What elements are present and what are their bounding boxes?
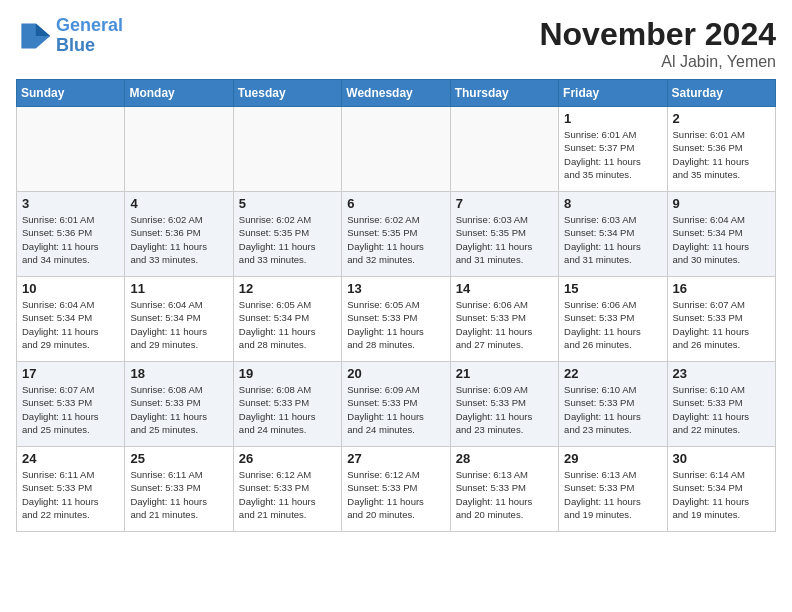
day-number: 19	[239, 366, 336, 381]
calendar-cell	[342, 107, 450, 192]
day-info: Sunrise: 6:08 AM Sunset: 5:33 PM Dayligh…	[130, 383, 227, 436]
calendar-cell: 17Sunrise: 6:07 AM Sunset: 5:33 PM Dayli…	[17, 362, 125, 447]
calendar-table: SundayMondayTuesdayWednesdayThursdayFrid…	[16, 79, 776, 532]
day-info: Sunrise: 6:05 AM Sunset: 5:33 PM Dayligh…	[347, 298, 444, 351]
page-header: General Blue November 2024 Al Jabin, Yem…	[16, 16, 776, 71]
day-info: Sunrise: 6:03 AM Sunset: 5:35 PM Dayligh…	[456, 213, 553, 266]
day-number: 3	[22, 196, 119, 211]
day-info: Sunrise: 6:11 AM Sunset: 5:33 PM Dayligh…	[22, 468, 119, 521]
day-info: Sunrise: 6:02 AM Sunset: 5:35 PM Dayligh…	[239, 213, 336, 266]
day-number: 8	[564, 196, 661, 211]
day-info: Sunrise: 6:01 AM Sunset: 5:36 PM Dayligh…	[22, 213, 119, 266]
month-title: November 2024	[539, 16, 776, 53]
day-number: 21	[456, 366, 553, 381]
calendar-cell: 5Sunrise: 6:02 AM Sunset: 5:35 PM Daylig…	[233, 192, 341, 277]
day-info: Sunrise: 6:02 AM Sunset: 5:36 PM Dayligh…	[130, 213, 227, 266]
day-info: Sunrise: 6:04 AM Sunset: 5:34 PM Dayligh…	[22, 298, 119, 351]
day-number: 6	[347, 196, 444, 211]
calendar-cell: 6Sunrise: 6:02 AM Sunset: 5:35 PM Daylig…	[342, 192, 450, 277]
day-number: 2	[673, 111, 770, 126]
title-block: November 2024 Al Jabin, Yemen	[539, 16, 776, 71]
day-info: Sunrise: 6:09 AM Sunset: 5:33 PM Dayligh…	[347, 383, 444, 436]
day-info: Sunrise: 6:13 AM Sunset: 5:33 PM Dayligh…	[456, 468, 553, 521]
day-number: 24	[22, 451, 119, 466]
calendar-day-header: Friday	[559, 80, 667, 107]
calendar-week-row: 17Sunrise: 6:07 AM Sunset: 5:33 PM Dayli…	[17, 362, 776, 447]
day-info: Sunrise: 6:10 AM Sunset: 5:33 PM Dayligh…	[564, 383, 661, 436]
calendar-week-row: 10Sunrise: 6:04 AM Sunset: 5:34 PM Dayli…	[17, 277, 776, 362]
day-number: 16	[673, 281, 770, 296]
day-number: 25	[130, 451, 227, 466]
day-number: 5	[239, 196, 336, 211]
calendar-cell	[125, 107, 233, 192]
calendar-day-header: Wednesday	[342, 80, 450, 107]
calendar-cell: 11Sunrise: 6:04 AM Sunset: 5:34 PM Dayli…	[125, 277, 233, 362]
day-info: Sunrise: 6:09 AM Sunset: 5:33 PM Dayligh…	[456, 383, 553, 436]
day-number: 23	[673, 366, 770, 381]
calendar-cell: 2Sunrise: 6:01 AM Sunset: 5:36 PM Daylig…	[667, 107, 775, 192]
day-number: 15	[564, 281, 661, 296]
calendar-day-header: Sunday	[17, 80, 125, 107]
day-info: Sunrise: 6:07 AM Sunset: 5:33 PM Dayligh…	[22, 383, 119, 436]
day-number: 4	[130, 196, 227, 211]
day-number: 26	[239, 451, 336, 466]
logo-icon	[16, 18, 52, 54]
day-number: 13	[347, 281, 444, 296]
calendar-cell: 1Sunrise: 6:01 AM Sunset: 5:37 PM Daylig…	[559, 107, 667, 192]
day-info: Sunrise: 6:04 AM Sunset: 5:34 PM Dayligh…	[130, 298, 227, 351]
calendar-cell: 4Sunrise: 6:02 AM Sunset: 5:36 PM Daylig…	[125, 192, 233, 277]
calendar-body: 1Sunrise: 6:01 AM Sunset: 5:37 PM Daylig…	[17, 107, 776, 532]
calendar-week-row: 24Sunrise: 6:11 AM Sunset: 5:33 PM Dayli…	[17, 447, 776, 532]
calendar-cell: 14Sunrise: 6:06 AM Sunset: 5:33 PM Dayli…	[450, 277, 558, 362]
day-info: Sunrise: 6:04 AM Sunset: 5:34 PM Dayligh…	[673, 213, 770, 266]
day-number: 11	[130, 281, 227, 296]
calendar-cell: 12Sunrise: 6:05 AM Sunset: 5:34 PM Dayli…	[233, 277, 341, 362]
calendar-cell: 10Sunrise: 6:04 AM Sunset: 5:34 PM Dayli…	[17, 277, 125, 362]
calendar-cell: 19Sunrise: 6:08 AM Sunset: 5:33 PM Dayli…	[233, 362, 341, 447]
calendar-cell: 8Sunrise: 6:03 AM Sunset: 5:34 PM Daylig…	[559, 192, 667, 277]
day-info: Sunrise: 6:03 AM Sunset: 5:34 PM Dayligh…	[564, 213, 661, 266]
day-number: 1	[564, 111, 661, 126]
day-number: 20	[347, 366, 444, 381]
calendar-cell: 9Sunrise: 6:04 AM Sunset: 5:34 PM Daylig…	[667, 192, 775, 277]
calendar-week-row: 3Sunrise: 6:01 AM Sunset: 5:36 PM Daylig…	[17, 192, 776, 277]
logo-text: General Blue	[56, 16, 123, 56]
calendar-cell: 16Sunrise: 6:07 AM Sunset: 5:33 PM Dayli…	[667, 277, 775, 362]
svg-marker-1	[36, 23, 50, 36]
calendar-cell: 28Sunrise: 6:13 AM Sunset: 5:33 PM Dayli…	[450, 447, 558, 532]
calendar-cell: 27Sunrise: 6:12 AM Sunset: 5:33 PM Dayli…	[342, 447, 450, 532]
calendar-cell: 3Sunrise: 6:01 AM Sunset: 5:36 PM Daylig…	[17, 192, 125, 277]
calendar-cell: 7Sunrise: 6:03 AM Sunset: 5:35 PM Daylig…	[450, 192, 558, 277]
day-info: Sunrise: 6:13 AM Sunset: 5:33 PM Dayligh…	[564, 468, 661, 521]
day-info: Sunrise: 6:12 AM Sunset: 5:33 PM Dayligh…	[239, 468, 336, 521]
calendar-day-header: Thursday	[450, 80, 558, 107]
day-info: Sunrise: 6:07 AM Sunset: 5:33 PM Dayligh…	[673, 298, 770, 351]
day-number: 10	[22, 281, 119, 296]
calendar-cell: 22Sunrise: 6:10 AM Sunset: 5:33 PM Dayli…	[559, 362, 667, 447]
day-number: 29	[564, 451, 661, 466]
day-number: 14	[456, 281, 553, 296]
calendar-cell: 25Sunrise: 6:11 AM Sunset: 5:33 PM Dayli…	[125, 447, 233, 532]
calendar-cell: 20Sunrise: 6:09 AM Sunset: 5:33 PM Dayli…	[342, 362, 450, 447]
day-info: Sunrise: 6:01 AM Sunset: 5:37 PM Dayligh…	[564, 128, 661, 181]
day-info: Sunrise: 6:14 AM Sunset: 5:34 PM Dayligh…	[673, 468, 770, 521]
day-number: 27	[347, 451, 444, 466]
day-info: Sunrise: 6:12 AM Sunset: 5:33 PM Dayligh…	[347, 468, 444, 521]
calendar-cell: 15Sunrise: 6:06 AM Sunset: 5:33 PM Dayli…	[559, 277, 667, 362]
day-info: Sunrise: 6:02 AM Sunset: 5:35 PM Dayligh…	[347, 213, 444, 266]
day-number: 18	[130, 366, 227, 381]
day-number: 30	[673, 451, 770, 466]
calendar-week-row: 1Sunrise: 6:01 AM Sunset: 5:37 PM Daylig…	[17, 107, 776, 192]
calendar-cell: 13Sunrise: 6:05 AM Sunset: 5:33 PM Dayli…	[342, 277, 450, 362]
calendar-day-header: Saturday	[667, 80, 775, 107]
day-number: 17	[22, 366, 119, 381]
calendar-cell: 30Sunrise: 6:14 AM Sunset: 5:34 PM Dayli…	[667, 447, 775, 532]
calendar-cell: 26Sunrise: 6:12 AM Sunset: 5:33 PM Dayli…	[233, 447, 341, 532]
day-info: Sunrise: 6:11 AM Sunset: 5:33 PM Dayligh…	[130, 468, 227, 521]
day-number: 22	[564, 366, 661, 381]
calendar-cell	[233, 107, 341, 192]
calendar-cell: 21Sunrise: 6:09 AM Sunset: 5:33 PM Dayli…	[450, 362, 558, 447]
calendar-cell: 23Sunrise: 6:10 AM Sunset: 5:33 PM Dayli…	[667, 362, 775, 447]
calendar-cell	[450, 107, 558, 192]
location: Al Jabin, Yemen	[539, 53, 776, 71]
